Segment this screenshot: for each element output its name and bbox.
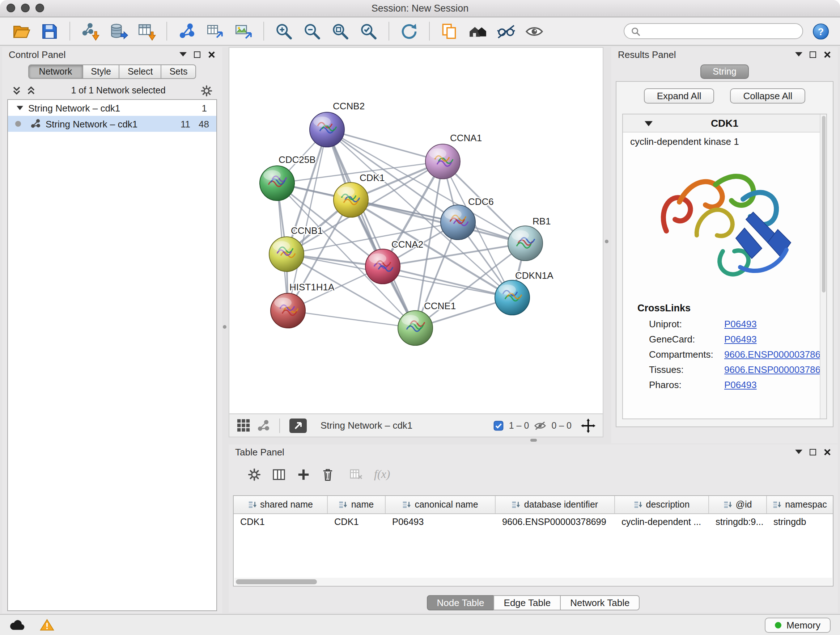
panel-close-icon[interactable] bbox=[823, 50, 831, 58]
column-header-namespac[interactable]: namespac bbox=[767, 496, 834, 513]
hidden-eye-icon[interactable] bbox=[534, 420, 546, 431]
network-from-table-icon[interactable] bbox=[205, 21, 225, 41]
tab-sets[interactable]: Sets bbox=[161, 65, 196, 79]
bottom-splitter-handle[interactable] bbox=[531, 439, 537, 442]
tab-network[interactable]: Network bbox=[28, 65, 83, 79]
panel-collapse-icon[interactable] bbox=[795, 450, 802, 454]
column-header-name[interactable]: name bbox=[328, 496, 386, 513]
open-folder-icon[interactable] bbox=[11, 21, 31, 41]
table-settings-gear-icon[interactable] bbox=[248, 467, 261, 481]
column-header-description[interactable]: description bbox=[615, 496, 709, 513]
panel-collapse-icon[interactable] bbox=[795, 52, 802, 57]
section-expander-icon[interactable] bbox=[645, 120, 653, 127]
network-node-CDKN1A[interactable]: CDKN1A bbox=[495, 270, 554, 315]
add-column-icon[interactable] bbox=[297, 467, 310, 481]
protein-section-header[interactable]: CDK1 bbox=[623, 114, 826, 133]
save-session-icon[interactable] bbox=[40, 21, 59, 41]
expand-all-networks-icon[interactable] bbox=[26, 86, 36, 96]
hide-glasses-icon[interactable] bbox=[496, 21, 516, 41]
table-cell[interactable]: 9606.ENSP00000378699 bbox=[496, 514, 615, 530]
new-network-icon[interactable] bbox=[177, 21, 197, 41]
network-node-CDK1[interactable]: CDK1 bbox=[333, 172, 385, 217]
show-columns-icon[interactable] bbox=[272, 467, 286, 481]
copy-documents-icon[interactable] bbox=[440, 21, 459, 41]
search-input[interactable] bbox=[645, 25, 796, 37]
results-scrollbar[interactable] bbox=[820, 114, 826, 418]
network-node-RB1[interactable]: RB1 bbox=[508, 216, 551, 261]
tab-edge-table[interactable]: Edge Table bbox=[494, 595, 561, 610]
crosslink-link-genecard[interactable]: P06493 bbox=[724, 334, 757, 345]
panel-close-icon[interactable] bbox=[208, 50, 216, 58]
cloud-icon[interactable] bbox=[9, 619, 25, 631]
tab-string-results[interactable]: String bbox=[700, 65, 748, 79]
network-node-CCNA1[interactable]: CCNA1 bbox=[425, 133, 482, 179]
panel-float-icon[interactable] bbox=[194, 51, 201, 57]
left-splitter-handle[interactable] bbox=[223, 325, 226, 329]
column-header-canonical-name[interactable]: canonical name bbox=[386, 496, 496, 513]
panel-float-icon[interactable] bbox=[810, 448, 816, 455]
network-node-HIST1H1A[interactable]: HIST1H1A bbox=[271, 282, 335, 328]
crosslink-link-uniprot[interactable]: P06493 bbox=[724, 318, 757, 329]
search-field[interactable] bbox=[624, 23, 803, 39]
column-header-database-identifier[interactable]: database identifier bbox=[496, 496, 615, 513]
crosslink-link-tissues[interactable]: 9606.ENSP00000378699 bbox=[724, 364, 827, 375]
column-header--id[interactable]: @id bbox=[709, 496, 767, 513]
right-splitter-handle[interactable] bbox=[605, 240, 608, 243]
refresh-icon[interactable] bbox=[399, 21, 419, 41]
table-cell[interactable]: stringdb:9... bbox=[709, 514, 767, 530]
move-crosshair-icon[interactable] bbox=[581, 418, 595, 432]
network-row-selected[interactable]: String Network – cdk1 11 48 bbox=[8, 116, 216, 132]
selected-checkbox-icon[interactable] bbox=[494, 420, 504, 431]
close-window-button[interactable] bbox=[6, 4, 15, 12]
export-image-icon[interactable] bbox=[234, 21, 253, 41]
table-cell[interactable]: P06493 bbox=[386, 514, 496, 530]
results-scrollbar-thumb[interactable] bbox=[822, 116, 826, 292]
tree-expander-icon[interactable] bbox=[17, 105, 23, 111]
protein-description: cyclin-dependent kinase 1 bbox=[623, 133, 826, 148]
zoom-selected-icon[interactable] bbox=[359, 21, 378, 41]
collapse-all-button[interactable]: Collapse All bbox=[730, 88, 806, 103]
crosslink-link-pharos[interactable]: P06493 bbox=[724, 379, 757, 390]
network-node-CDC25B[interactable]: CDC25B bbox=[260, 154, 316, 201]
zoom-out-icon[interactable] bbox=[302, 21, 322, 41]
home-icon[interactable] bbox=[468, 21, 488, 41]
warning-icon[interactable] bbox=[40, 618, 54, 631]
import-table-from-file-icon[interactable] bbox=[137, 21, 156, 41]
column-header-shared-name[interactable]: shared name bbox=[234, 496, 328, 513]
panel-close-icon[interactable] bbox=[823, 448, 831, 456]
grid-view-icon[interactable] bbox=[237, 418, 250, 432]
network-node-CCNB2[interactable]: CCNB2 bbox=[309, 101, 365, 147]
collapse-all-networks-icon[interactable] bbox=[11, 86, 22, 96]
tab-node-table[interactable]: Node Table bbox=[426, 595, 494, 610]
panel-collapse-icon[interactable] bbox=[180, 52, 187, 57]
help-icon[interactable]: ? bbox=[812, 22, 830, 40]
network-share-icon[interactable] bbox=[257, 419, 270, 432]
svg-text:?: ? bbox=[818, 26, 824, 37]
open-in-new-window-button[interactable] bbox=[289, 418, 307, 432]
table-cell[interactable]: cyclin-dependent ... bbox=[615, 514, 709, 530]
table-horizontal-scrollbar[interactable] bbox=[234, 578, 832, 585]
expand-all-button[interactable]: Expand All bbox=[644, 88, 714, 103]
panel-float-icon[interactable] bbox=[810, 51, 816, 57]
import-network-from-database-icon[interactable] bbox=[109, 21, 128, 41]
delete-column-icon[interactable] bbox=[321, 467, 334, 481]
tab-network-table[interactable]: Network Table bbox=[560, 595, 639, 610]
zoom-fit-icon[interactable] bbox=[331, 21, 350, 41]
table-cell[interactable]: CDK1 bbox=[234, 514, 328, 530]
table-row[interactable]: CDK1CDK1P064939606.ENSP00000378699cyclin… bbox=[234, 514, 833, 530]
scrollbar-thumb[interactable] bbox=[236, 579, 317, 584]
import-network-from-file-icon[interactable] bbox=[80, 21, 100, 41]
eye-icon[interactable] bbox=[524, 21, 544, 41]
network-collection-row[interactable]: String Network – cdk1 1 bbox=[8, 100, 216, 116]
tab-select[interactable]: Select bbox=[119, 65, 162, 79]
table-cell[interactable]: stringdb bbox=[767, 514, 834, 530]
zoom-in-icon[interactable] bbox=[274, 21, 294, 41]
tab-style[interactable]: Style bbox=[82, 65, 120, 79]
gear-icon[interactable] bbox=[201, 84, 213, 97]
memory-button[interactable]: Memory bbox=[765, 617, 831, 632]
crosslink-link-compartments[interactable]: 9606.ENSP00000378699 bbox=[724, 349, 827, 360]
zoom-window-button[interactable] bbox=[35, 4, 44, 12]
minimize-window-button[interactable] bbox=[21, 4, 30, 12]
table-cell[interactable]: CDK1 bbox=[328, 514, 386, 530]
network-canvas[interactable]: CCNB2CCNA1CDC25BCDK1CDC6RB1CCNB1CCNA2CDK… bbox=[229, 48, 603, 413]
